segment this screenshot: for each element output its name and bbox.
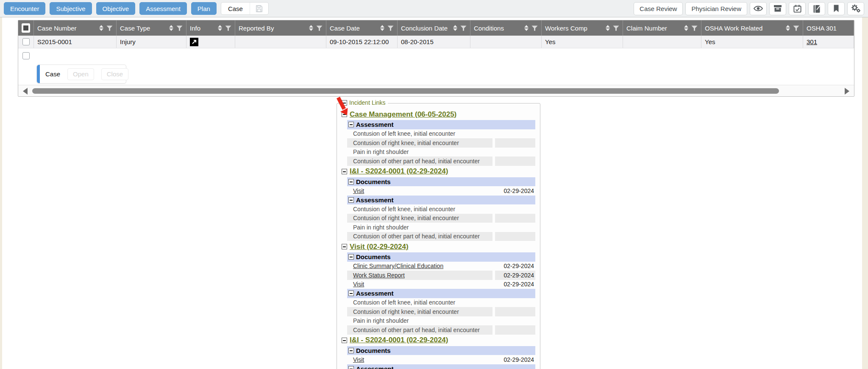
sort-icon[interactable]: [684, 25, 688, 31]
archive-button[interactable]: [769, 2, 786, 15]
column-label: Conditions: [474, 25, 504, 32]
sort-icon[interactable]: [309, 25, 313, 31]
collapse-group-icon[interactable]: [348, 254, 354, 260]
scroll-right-arrow-icon[interactable]: [845, 88, 849, 95]
cell-case_number: S2015-0001: [34, 36, 117, 48]
collapse-group-icon[interactable]: [348, 348, 354, 353]
sort-icon[interactable]: [380, 25, 384, 31]
tree-document-link[interactable]: Visit: [353, 187, 364, 194]
scrollbar-thumb[interactable]: [32, 88, 779, 94]
sort-icon[interactable]: [99, 25, 103, 31]
tree-group-header: Documents: [347, 252, 535, 262]
column-header-workers_comp[interactable]: Workers Comp: [542, 20, 623, 36]
tree-item-date: 02-29-2024: [495, 280, 535, 289]
close-case-button[interactable]: Close: [101, 68, 128, 80]
collapse-section-icon[interactable]: [342, 244, 347, 249]
sort-icon[interactable]: [524, 25, 529, 31]
tree-section-link[interactable]: I&I - S2024-0001 (02-29-2024): [350, 167, 448, 176]
new-row-checkbox[interactable]: [22, 52, 30, 59]
filter-icon[interactable]: [316, 25, 323, 31]
case-review-button[interactable]: Case Review: [634, 2, 683, 15]
collapse-section-icon[interactable]: [342, 338, 347, 343]
sort-icon[interactable]: [786, 25, 790, 31]
open-case-button[interactable]: Open: [67, 68, 94, 80]
grid-header-row: Case NumberCase TypeInfoReported ByCase …: [18, 20, 854, 36]
cell-case_date: 09-10-2015 22:12:00: [326, 36, 398, 48]
collapse-section-icon[interactable]: [342, 169, 347, 174]
tree-group-header: Assessment: [347, 364, 535, 369]
column-header-case_date[interactable]: Case Date: [326, 20, 398, 36]
bookmark-button[interactable]: [828, 2, 845, 15]
nav-button-assessment[interactable]: Assessment: [139, 2, 187, 15]
collapse-section-icon[interactable]: [342, 112, 347, 117]
osha-301-link[interactable]: 301: [807, 38, 817, 45]
bookmark-icon: [832, 4, 840, 13]
horizontal-scrollbar[interactable]: [18, 85, 854, 96]
sort-icon[interactable]: [169, 25, 173, 31]
tree-document-link[interactable]: Visit: [353, 356, 364, 363]
eye-button[interactable]: [750, 2, 767, 15]
cell-conditions: [470, 36, 542, 48]
tree-section-link[interactable]: Visit (02-29-2024): [350, 243, 409, 251]
column-header-osha_work_related[interactable]: OSHA Work Related: [701, 20, 803, 36]
cell-text: Yes: [705, 38, 715, 45]
tree-section: I&I - S2024-0001 (02-29-2024): [337, 335, 540, 346]
tree-condition-row: Contusion of left knee, initial encounte…: [347, 129, 540, 139]
tree-condition-row: Contusion of right knee, initial encount…: [347, 307, 540, 316]
filter-icon[interactable]: [691, 25, 698, 31]
external-link-icon[interactable]: [190, 38, 198, 46]
tab-case[interactable]: Case: [221, 3, 250, 14]
column-header-case_number[interactable]: Case Number: [34, 20, 117, 36]
sort-icon[interactable]: [453, 25, 457, 31]
tree-document-link[interactable]: Clinic Summary/Clinical Education: [353, 263, 443, 269]
tree-condition-text: Contusion of left knee, initial encounte…: [353, 299, 455, 306]
filter-icon[interactable]: [793, 25, 799, 31]
filter-icon[interactable]: [176, 25, 183, 31]
sort-icon[interactable]: [606, 25, 610, 31]
filter-icon[interactable]: [225, 25, 231, 31]
collapse-group-icon[interactable]: [348, 122, 354, 127]
tree-condition-text: Pain in right shoulder: [353, 317, 409, 324]
filter-icon[interactable]: [387, 25, 394, 31]
column-header-conditions[interactable]: Conditions: [470, 20, 542, 36]
column-header-case_type[interactable]: Case Type: [117, 20, 186, 36]
save-button[interactable]: [250, 3, 268, 14]
column-header-reported_by[interactable]: Reported By: [235, 20, 326, 36]
physician-review-button[interactable]: Physician Review: [685, 2, 747, 15]
table-row[interactable]: S2015-0001Injury09-10-2015 22:12:0008-20…: [18, 36, 854, 48]
filter-icon[interactable]: [106, 25, 113, 31]
filter-icon[interactable]: [460, 25, 467, 31]
column-header-claim_number[interactable]: Claim Number: [623, 20, 701, 36]
nav-button-objective[interactable]: Objective: [96, 2, 136, 15]
collapse-group-icon[interactable]: [348, 197, 354, 203]
column-header-info[interactable]: Info: [186, 20, 235, 36]
nav-button-plan[interactable]: Plan: [191, 2, 217, 15]
row-checkbox[interactable]: [22, 38, 30, 45]
tree-group-header: Assessment: [347, 120, 535, 129]
cell-osha_301: 301: [803, 36, 854, 48]
tree-condition-text: Contusion of left knee, initial encounte…: [353, 206, 455, 212]
tree-document-row: Visit02-29-2024: [347, 280, 540, 289]
filter-icon[interactable]: [613, 25, 619, 31]
tree-document-link[interactable]: Visit: [353, 281, 364, 288]
sort-icon[interactable]: [218, 25, 222, 31]
scroll-left-arrow-icon[interactable]: [23, 88, 28, 95]
select-all-checkbox[interactable]: [22, 23, 30, 33]
collapse-group-icon[interactable]: [348, 179, 354, 184]
collapse-group-icon[interactable]: [348, 291, 354, 296]
collapse-group-icon[interactable]: [348, 366, 354, 369]
settings-button[interactable]: [847, 2, 864, 15]
calendar-button[interactable]: [789, 2, 806, 15]
filter-icon[interactable]: [531, 25, 538, 31]
column-header-conclusion_date[interactable]: Conclusion Date: [398, 20, 470, 36]
nav-button-encounter[interactable]: Encounter: [4, 2, 45, 15]
journal-button[interactable]: [808, 2, 825, 15]
column-header-osha_301[interactable]: OSHA 301: [803, 20, 854, 36]
tree-document-link[interactable]: Work Status Report: [353, 272, 405, 279]
tree-group-label: Assessment: [356, 365, 393, 369]
collapse-panel-icon[interactable]: [342, 100, 347, 106]
nav-button-subjective[interactable]: Subjective: [50, 2, 92, 15]
tree-section-link[interactable]: I&I - S2024-0001 (02-29-2024): [350, 336, 448, 344]
tree-section-link[interactable]: Case Management (06-05-2025): [350, 110, 456, 119]
cell-workers_comp: Yes: [542, 36, 623, 48]
